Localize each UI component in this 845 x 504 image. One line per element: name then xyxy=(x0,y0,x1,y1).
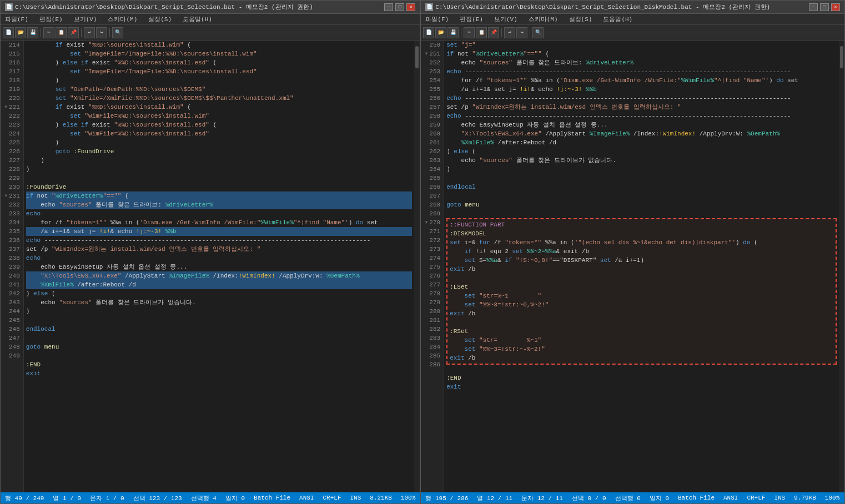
right-scrollbar-thumb[interactable] xyxy=(840,46,843,68)
right-menu-settings[interactable]: 설정(S) xyxy=(567,14,595,24)
code-line-233: echo xyxy=(26,209,413,218)
left-tb-find[interactable]: 🔍 xyxy=(112,27,123,38)
code-line-224: set "WimFile=%%D:\sources\install.esd" xyxy=(26,129,413,138)
right-window-title: C:\Users\Administrator\Desktop\Diskpart_… xyxy=(435,3,770,11)
rcode-260: ) else ( xyxy=(446,147,837,156)
left-menu-view[interactable]: 보기(V) xyxy=(72,14,99,24)
code-line-223: ) else if exist "%%D:\sources\install.es… xyxy=(26,120,413,129)
code-line-236: set /p "WimIndex=원하는 install.wim/esd 인덱스… xyxy=(26,245,413,254)
left-scrollbar-thumb[interactable] xyxy=(415,46,419,68)
right-minimize-btn[interactable]: ─ xyxy=(809,3,818,11)
rcode-270: set i=& for /f "tokens=*" %%a in ('"(ech… xyxy=(450,238,833,247)
left-tb-paste[interactable]: 📌 xyxy=(68,27,79,38)
left-scrollbar-v[interactable] xyxy=(414,41,420,492)
left-menu-schema[interactable]: 스키마(M) xyxy=(105,14,139,24)
left-tb-save[interactable]: 💾 xyxy=(27,27,38,38)
left-tb-new[interactable]: 📄 xyxy=(3,27,14,38)
right-editor-area: 250 ▼251 252 253 254 255 256 257 258 259… xyxy=(421,41,844,492)
right-tb-open[interactable]: 📂 xyxy=(435,27,446,38)
right-menu-file[interactable]: 파일(F) xyxy=(423,14,451,24)
left-toolbar: 📄 📂 💾 ✂ 📋 📌 ↩ ↪ 🔍 xyxy=(1,25,420,41)
right-close-btn[interactable]: ✕ xyxy=(831,3,840,11)
right-code-content[interactable]: set "j=" if not "%driveLetter%"=="" ( ec… xyxy=(444,41,839,492)
right-tb-sep1 xyxy=(461,28,461,37)
rcode-255: echo -----------------------------------… xyxy=(446,94,837,103)
left-close-btn[interactable]: ✕ xyxy=(406,3,415,11)
code-line-214: if exist "%%D:\sources\install.wim" ( xyxy=(26,41,413,49)
rcode-279 xyxy=(450,318,833,327)
rcode-258: echo EasyWinSetup 자동 설치 옵션 설정 중... xyxy=(446,120,837,129)
code-line-219: set "OemPath=/OemPath:%%D:\sources\$OEM$… xyxy=(26,85,413,94)
left-line-numbers: 214 215 216 217 218 219 220 ▼221 222 223… xyxy=(1,41,24,492)
right-status-zoom: 100% xyxy=(825,495,839,501)
left-status-chars: 문자 1 / 0 xyxy=(90,494,124,502)
left-code-content[interactable]: if exist "%%D:\sources\install.wim" ( se… xyxy=(24,41,415,492)
rcode-271: if !i! equ 2 set %%~2=%%a& exit /b xyxy=(450,247,833,256)
left-maximize-btn[interactable]: □ xyxy=(395,3,404,11)
code-line-228: ) xyxy=(26,165,413,174)
right-menu-view[interactable]: 보기(V) xyxy=(492,14,520,24)
rcode-266: goto menu xyxy=(446,200,837,209)
rcode-264: endlocal xyxy=(446,183,837,191)
right-menu-bar: 파일(F) 편집(E) 보기(V) 스키마(M) 설정(S) 도움말(H) xyxy=(421,14,844,25)
left-menu-help[interactable]: 도움말(H) xyxy=(180,14,214,24)
right-tb-undo[interactable]: ↩ xyxy=(504,27,515,38)
left-editor-window: 📄 C:\Users\Administrator\Desktop\Diskpar… xyxy=(0,0,420,504)
left-tb-undo[interactable]: ↩ xyxy=(84,27,95,38)
code-line-232: echo "sources" 폴더를 찾은 드라이브: %driveLetter… xyxy=(26,200,413,209)
rcode-276: set "str=%~1 " xyxy=(450,291,833,300)
rcode-259b: %XmlFile% /after:Reboot /d xyxy=(446,138,837,147)
code-line-216: ) else if exist "%%D:\sources\install.es… xyxy=(26,58,413,67)
left-tb-cut[interactable]: ✂ xyxy=(43,27,54,38)
code-line-221: if exist "%%D:\sources\install.wim" ( xyxy=(26,103,413,112)
rcode-281: set "str= %~1" xyxy=(450,336,833,345)
code-line-225: ) xyxy=(26,138,413,147)
rcode-280: :RSet xyxy=(450,327,833,336)
right-maximize-btn[interactable]: □ xyxy=(820,3,829,11)
right-tb-cut[interactable]: ✂ xyxy=(464,27,475,38)
right-menu-schema[interactable]: 스키마(M) xyxy=(526,14,560,24)
code-line-222: set "WimFile=%%D:\sources\install.wim" xyxy=(26,112,413,120)
left-tb-sep1 xyxy=(41,28,41,37)
rcode-273: exit /b xyxy=(450,265,833,274)
right-tb-redo[interactable]: ↪ xyxy=(516,27,527,38)
rcode-283: exit /b xyxy=(450,354,833,362)
left-minimize-btn[interactable]: ─ xyxy=(384,3,393,11)
rcode-257: echo -----------------------------------… xyxy=(446,112,837,120)
left-status-bar: 행 49 / 249 열 1 / 0 문자 1 / 0 선택 123 / 123… xyxy=(1,492,420,503)
code-line-247 xyxy=(26,351,413,360)
right-status-filesize: 9.79KB xyxy=(794,495,816,501)
right-tb-paste[interactable]: 📌 xyxy=(488,27,499,38)
left-status-lineending: CR+LF xyxy=(323,495,341,501)
right-menu-edit[interactable]: 편집(E) xyxy=(457,14,485,24)
right-title-bar: 📄 C:\Users\Administrator\Desktop\Diskpar… xyxy=(421,1,844,14)
left-menu-file[interactable]: 파일(F) xyxy=(3,14,31,24)
right-tb-save[interactable]: 💾 xyxy=(447,27,459,38)
right-status-chars: 문자 12 / 11 xyxy=(521,494,563,502)
left-tb-open[interactable]: 📂 xyxy=(15,27,26,38)
left-menu-settings[interactable]: 설정(S) xyxy=(146,14,174,24)
left-editor-area: 214 215 216 217 218 219 220 ▼221 222 223… xyxy=(1,41,420,492)
right-scrollbar-v[interactable] xyxy=(839,41,844,492)
code-line-226: goto :FoundDrive xyxy=(26,147,413,156)
left-status-selectlines: 선택행 4 xyxy=(191,494,217,502)
code-line-229 xyxy=(26,174,413,183)
left-tb-copy[interactable]: 📋 xyxy=(56,27,67,38)
left-tb-redo[interactable]: ↪ xyxy=(96,27,107,38)
rcode-269: :DISKMODEL xyxy=(450,229,833,238)
rcode-285: :END xyxy=(446,374,837,382)
right-tb-copy[interactable]: 📋 xyxy=(476,27,487,38)
right-tb-sep2 xyxy=(501,28,502,37)
rcode-278: exit /b xyxy=(450,309,833,318)
right-tb-new[interactable]: 📄 xyxy=(423,27,434,38)
left-menu-edit[interactable]: 편집(E) xyxy=(37,14,65,24)
right-tb-find[interactable]: 🔍 xyxy=(532,27,544,38)
rcode-263 xyxy=(446,174,837,183)
left-status-line: 행 49 / 249 xyxy=(5,494,44,502)
rcode-277: set "%%~3=!str:~0,%~2!" xyxy=(450,300,833,309)
rcode-282: set "%%~3=!str:~-%~2!" xyxy=(450,345,833,354)
right-menu-help[interactable]: 도움말(H) xyxy=(601,14,635,24)
left-status-col: 열 1 / 0 xyxy=(53,494,81,502)
code-line-234: for /f "tokens=1*" %%a in ('Dism.exe /Ge… xyxy=(26,218,413,227)
left-status-encoding: ANSI xyxy=(299,495,314,501)
